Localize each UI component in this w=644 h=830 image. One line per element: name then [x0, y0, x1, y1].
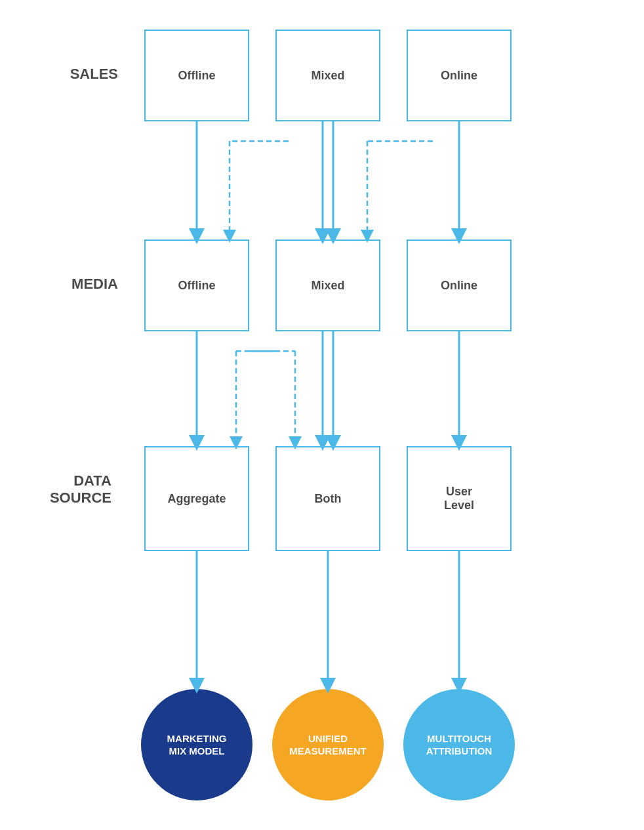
- ds-aggregate-box: Aggregate: [144, 446, 249, 551]
- sales-offline-label: Offline: [178, 69, 216, 83]
- mmm-circle-label: MARKETINGMIX MODEL: [167, 732, 227, 758]
- unified-circle-label: UNIFIEDMEASUREMENT: [289, 732, 367, 758]
- mta-circle: MULTITOUCHATTRIBUTION: [403, 689, 515, 800]
- mmm-circle: MARKETINGMIX MODEL: [141, 689, 252, 800]
- sales-mixed-box: Mixed: [275, 30, 380, 121]
- ds-both-label: Both: [315, 492, 342, 506]
- ds-both-box: Both: [275, 446, 380, 551]
- unified-circle: UNIFIEDMEASUREMENT: [272, 689, 384, 800]
- media-offline-label: Offline: [178, 279, 216, 293]
- sales-online-label: Online: [441, 69, 477, 83]
- ds-userlevel-box: UserLevel: [407, 446, 512, 551]
- ds-userlevel-label: UserLevel: [444, 485, 474, 512]
- mta-circle-label: MULTITOUCHATTRIBUTION: [426, 732, 493, 758]
- media-offline-box: Offline: [144, 239, 249, 331]
- sales-label: SALES: [39, 66, 118, 83]
- datasource-label: DATASOURCE: [26, 472, 111, 507]
- sales-online-box: Online: [407, 30, 512, 121]
- media-label: MEDIA: [39, 276, 118, 293]
- diagram-container: SALES MEDIA DATASOURCE Offline Mixed Onl…: [0, 0, 644, 830]
- media-online-label: Online: [441, 279, 477, 293]
- sales-mixed-label: Mixed: [311, 69, 344, 83]
- media-online-box: Online: [407, 239, 512, 331]
- media-mixed-box: Mixed: [275, 239, 380, 331]
- media-mixed-label: Mixed: [311, 279, 344, 293]
- sales-offline-box: Offline: [144, 30, 249, 121]
- ds-aggregate-label: Aggregate: [167, 492, 226, 506]
